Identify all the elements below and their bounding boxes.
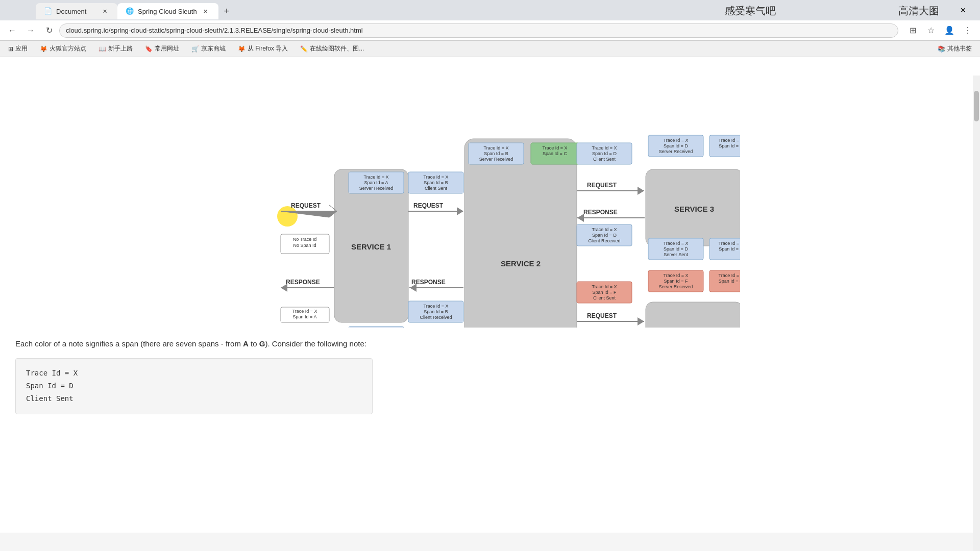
address-text: cloud.spring.io/spring-cloud-static/spri… (66, 27, 363, 34)
bookmark-star-icon[interactable]: ☆ (923, 22, 939, 39)
other-label: 其他书签 (947, 44, 972, 53)
svg-text:Client Sent: Client Sent (593, 157, 616, 162)
menu-icon[interactable]: ⋮ (960, 22, 976, 39)
svg-rect-6 (646, 302, 740, 328)
svg-text:Trace Id = X: Trace Id = X (543, 145, 568, 151)
span-a-bold: A (243, 339, 249, 348)
watermark-right: 高清大图 (898, 4, 939, 18)
svg-text:Trace Id = X: Trace Id = X (664, 138, 689, 143)
import-icon: 🦊 (238, 45, 246, 53)
svg-text:Span Id = D: Span Id = D (592, 233, 617, 238)
watermark-left: 感受寒气吧 (725, 4, 776, 18)
svg-text:Span Id = B: Span Id = B (424, 180, 448, 185)
diagram-container: SERVICE 1 SERVICE 2 SERVICE 3 SERVICE 4 … (240, 67, 740, 328)
import-label: 从 Firefox 导入 (248, 44, 288, 53)
jd-label: 京东商城 (201, 44, 226, 53)
svg-text:No Trace Id: No Trace Id (293, 237, 317, 242)
svg-text:Server Received: Server Received (479, 157, 513, 162)
tab-document-label: Document (56, 8, 86, 15)
bookmark-common[interactable]: 🔖 常用网址 (141, 43, 183, 54)
tab-sleuth-close[interactable]: ✕ (201, 7, 210, 16)
address-bar[interactable]: cloud.spring.io/spring-cloud-static/spri… (59, 23, 898, 38)
tab-document-close[interactable]: ✕ (100, 7, 109, 16)
svg-text:Span Id = E: Span Id = E (719, 143, 740, 148)
svg-text:Trace Id = X: Trace Id = X (592, 145, 617, 151)
description-paragraph: Each color of a note signifies a span (t… (15, 338, 965, 350)
diagram-svg: SERVICE 1 SERVICE 2 SERVICE 3 SERVICE 4 … (240, 67, 740, 328)
svg-text:REQUEST: REQUEST (291, 202, 321, 209)
extension-icon[interactable]: ⊞ (904, 22, 921, 39)
svg-text:Span Id = F: Span Id = F (593, 290, 617, 295)
back-button[interactable]: ← (4, 22, 20, 39)
doc-favicon: 📄 (44, 7, 52, 15)
svg-text:Trace Id = X: Trace Id = X (664, 273, 689, 278)
bookmark-beginner[interactable]: 📖 新手上路 (94, 43, 137, 54)
tab-sleuth-label: Spring Cloud Sleuth (138, 8, 197, 15)
svg-text:REQUEST: REQUEST (413, 202, 444, 209)
svg-text:Trace Id = X: Trace Id = X (364, 174, 389, 180)
svg-text:Trace Id = X: Trace Id = X (719, 138, 740, 143)
svg-text:Trace Id = X: Trace Id = X (664, 241, 689, 246)
bookmark-other[interactable]: 📚 其他书签 (934, 43, 976, 54)
svg-text:Trace Id = X: Trace Id = X (592, 284, 617, 289)
nav-bar: ← → ↻ cloud.spring.io/spring-cloud-stati… (0, 20, 980, 41)
bookmark-drawing[interactable]: ✏️ 在线绘图软件、图... (296, 43, 368, 54)
svg-text:Client Received: Client Received (588, 238, 620, 243)
svg-text:Trace Id = X: Trace Id = X (719, 241, 740, 246)
bookmark-apps[interactable]: ⊞ 应用 (4, 43, 32, 54)
svg-text:Trace Id = X: Trace Id = X (424, 304, 449, 309)
svg-text:Span Id = B: Span Id = B (484, 151, 508, 156)
forward-button[interactable]: → (22, 22, 39, 39)
svg-text:Span Id = C: Span Id = C (543, 151, 567, 156)
description-text-mid: to (249, 339, 259, 348)
new-tab-button[interactable]: + (218, 3, 235, 19)
svg-text:Span Id = A: Span Id = A (293, 314, 317, 319)
svg-text:Server Received: Server Received (659, 284, 693, 289)
bookmark-firefox-import[interactable]: 🦊 从 Firefox 导入 (234, 43, 292, 54)
sleuth-favicon: 🌐 (126, 7, 134, 15)
close-button[interactable]: ✕ (951, 0, 975, 20)
code-line-1: Trace Id = X (26, 367, 362, 380)
drawing-icon: ✏️ (300, 45, 308, 53)
svg-text:Span Id = F: Span Id = F (664, 279, 688, 284)
code-line-2: Span Id = D (26, 380, 362, 392)
svg-text:Trace Id = X: Trace Id = X (592, 227, 617, 232)
svg-text:REQUEST: REQUEST (587, 312, 617, 319)
tabs-bar: 📄 Document ✕ 🌐 Spring Cloud Sleuth ✕ + (5, 1, 235, 19)
svg-text:RESPONSE: RESPONSE (286, 279, 320, 286)
svg-text:Trace Id = X: Trace Id = X (719, 273, 740, 278)
profile-icon[interactable]: 👤 (941, 22, 958, 39)
svg-text:SERVICE 1: SERVICE 1 (351, 242, 391, 251)
beginner-icon: 📖 (99, 45, 106, 53)
jd-icon: 🛒 (191, 45, 199, 53)
other-icon: 📚 (938, 45, 945, 53)
scroll-thumb[interactable] (974, 91, 979, 121)
svg-text:SERVICE 3: SERVICE 3 (674, 205, 714, 213)
svg-rect-2 (464, 139, 577, 328)
reload-button[interactable]: ↻ (41, 22, 57, 39)
svg-text:Span Id = D: Span Id = D (592, 151, 617, 156)
bookmark-firefox-official[interactable]: 🦊 火狐官方站点 (36, 43, 90, 54)
svg-text:Span Id = A: Span Id = A (364, 180, 388, 185)
svg-marker-18 (638, 317, 644, 325)
bookmark-jd[interactable]: 🛒 京东商城 (187, 43, 230, 54)
svg-text:Server Received: Server Received (359, 186, 394, 191)
tab-document[interactable]: 📄 Document ✕ (36, 3, 117, 19)
svg-text:Span Id = D: Span Id = D (664, 143, 688, 148)
svg-text:Span Id = B: Span Id = B (424, 309, 448, 314)
svg-text:Span Id = G: Span Id = G (719, 279, 740, 284)
common-icon: 🔖 (145, 45, 153, 53)
span-g-bold: G (259, 339, 265, 348)
svg-text:Client Received: Client Received (420, 315, 452, 320)
bookmarks-bar: ⊞ 应用 🦊 火狐官方站点 📖 新手上路 🔖 常用网址 🛒 京东商城 🦊 从 F… (0, 41, 980, 57)
beginner-label: 新手上路 (108, 44, 133, 53)
svg-text:No Span Id: No Span Id (293, 243, 316, 248)
description-text-before: Each color of a note signifies a span (t… (15, 339, 243, 348)
page-content: SERVICE 1 SERVICE 2 SERVICE 3 SERVICE 4 … (0, 57, 980, 533)
apps-label: 应用 (15, 44, 28, 53)
svg-text:RESPONSE: RESPONSE (411, 279, 446, 286)
svg-text:Span Id = E: Span Id = E (719, 246, 740, 252)
tab-sleuth[interactable]: 🌐 Spring Cloud Sleuth ✕ (117, 3, 218, 19)
apps-icon: ⊞ (8, 45, 13, 53)
scrollbar[interactable] (973, 76, 980, 551)
